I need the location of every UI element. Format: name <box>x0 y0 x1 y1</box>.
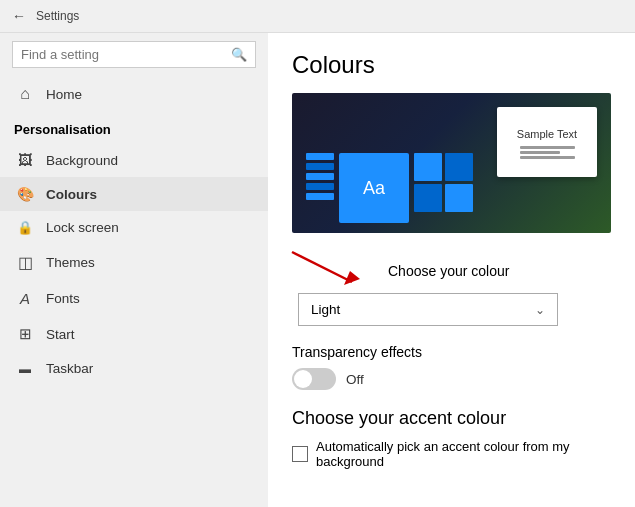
tile-small-3 <box>414 184 442 212</box>
tile-small-4 <box>445 184 473 212</box>
content-area: Colours Aa <box>268 33 635 507</box>
tile-strip-5 <box>306 193 334 200</box>
sidebar-section-label: Personalisation <box>0 112 268 143</box>
tile-group-left <box>306 153 334 223</box>
sidebar-item-fonts[interactable]: Fonts <box>0 281 268 316</box>
page-title: Colours <box>292 51 611 79</box>
themes-icon <box>14 253 36 272</box>
sidebar: 🔍 Home Personalisation Background Colour… <box>0 33 268 507</box>
sample-line-3 <box>520 156 575 159</box>
tile-small-1 <box>414 153 442 181</box>
sample-line-2 <box>520 151 560 154</box>
tile-main: Aa <box>339 153 409 223</box>
preview-tiles: Aa <box>306 153 473 223</box>
sample-line-1 <box>520 146 575 149</box>
sidebar-item-label: Fonts <box>46 291 80 306</box>
accent-checkbox[interactable] <box>292 446 308 462</box>
preview-sample-card: Sample Text <box>497 107 597 177</box>
colours-icon <box>14 186 36 202</box>
lockscreen-icon <box>14 220 36 235</box>
sidebar-item-home[interactable]: Home <box>0 76 268 112</box>
tile-small-2 <box>445 153 473 181</box>
sidebar-item-label: Background <box>46 153 118 168</box>
red-arrow-icon <box>282 247 372 287</box>
tile-strip-2 <box>306 163 334 170</box>
tile-small-row-2 <box>414 184 473 212</box>
tile-strip-3 <box>306 173 334 180</box>
sidebar-item-label: Colours <box>46 187 97 202</box>
tile-group-right <box>414 153 473 223</box>
search-icon: 🔍 <box>231 47 247 62</box>
sample-lines <box>514 144 581 161</box>
sidebar-item-label: Lock screen <box>46 220 119 235</box>
transparency-toggle[interactable] <box>292 368 336 390</box>
sample-text: Sample Text <box>517 128 577 140</box>
start-icon <box>14 325 36 343</box>
back-button[interactable]: ← <box>12 8 26 24</box>
taskbar-icon <box>14 362 36 376</box>
home-icon <box>14 85 36 103</box>
chevron-down-icon: ⌄ <box>535 303 545 317</box>
svg-line-0 <box>292 252 352 282</box>
background-icon <box>14 152 36 168</box>
toggle-knob <box>294 370 312 388</box>
fonts-icon <box>14 290 36 307</box>
toggle-state-label: Off <box>346 372 364 387</box>
title-bar: ← Settings <box>0 0 635 33</box>
accent-checkbox-label: Automatically pick an accent colour from… <box>316 439 611 469</box>
accent-colour-title: Choose your accent colour <box>292 408 611 429</box>
sidebar-item-label: Themes <box>46 255 95 270</box>
main-layout: 🔍 Home Personalisation Background Colour… <box>0 33 635 507</box>
window-title: Settings <box>36 9 79 23</box>
choose-colour-label: Choose your colour <box>382 263 509 279</box>
tile-small-row-1 <box>414 153 473 181</box>
accent-checkbox-row: Automatically pick an accent colour from… <box>292 439 611 469</box>
sidebar-item-taskbar[interactable]: Taskbar <box>0 352 268 385</box>
transparency-label: Transparency effects <box>292 344 611 360</box>
sidebar-item-colours[interactable]: Colours <box>0 177 268 211</box>
sidebar-item-label: Taskbar <box>46 361 93 376</box>
preview-area: Aa Sample Text <box>292 93 611 233</box>
toggle-row: Off <box>292 368 611 390</box>
search-input[interactable] <box>21 47 231 62</box>
arrow-section: Choose your colour <box>292 247 611 287</box>
tile-strip-4 <box>306 183 334 190</box>
sidebar-item-themes[interactable]: Themes <box>0 244 268 281</box>
sidebar-item-label: Start <box>46 327 75 342</box>
dropdown-value: Light <box>311 302 340 317</box>
sidebar-item-start[interactable]: Start <box>0 316 268 352</box>
sidebar-item-label: Home <box>46 87 82 102</box>
colour-dropdown[interactable]: Light ⌄ <box>298 293 558 326</box>
sidebar-item-background[interactable]: Background <box>0 143 268 177</box>
search-box[interactable]: 🔍 <box>12 41 256 68</box>
tile-strip-1 <box>306 153 334 160</box>
sidebar-item-lockscreen[interactable]: Lock screen <box>0 211 268 244</box>
